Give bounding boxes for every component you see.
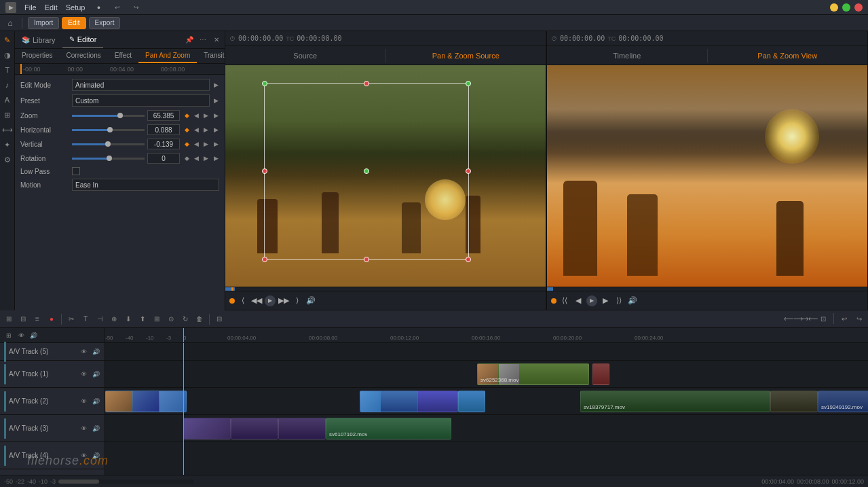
tl-align-icon[interactable]: ⊣ (94, 313, 106, 325)
track-3-vol[interactable]: 🔊 (91, 424, 100, 433)
track-2-eye[interactable]: 👁 (79, 397, 88, 406)
edit-mode-expand[interactable]: ▶ (212, 82, 219, 88)
sidebar-overlay-icon[interactable]: ⊞ (1, 109, 14, 121)
source-play-button[interactable]: ▶ (265, 295, 276, 306)
zoom-diamond-icon[interactable]: ◆ (183, 111, 191, 120)
panzoom-video[interactable] (547, 65, 867, 287)
master-eye-icon[interactable]: 👁 (16, 331, 26, 340)
horizontal-slider-thumb[interactable] (107, 127, 113, 132)
source-title[interactable]: Source (225, 52, 385, 60)
pin-icon[interactable]: 📌 (184, 35, 195, 46)
pan-zoom-source-title[interactable]: Pan & Zoom Source (386, 52, 546, 60)
panzoom-ctrl-fwd[interactable]: ▶ (600, 295, 611, 306)
source-ctrl-next-icon[interactable]: ⟩ (292, 295, 303, 306)
panzoom-volume-icon[interactable]: 🔊 (627, 295, 638, 306)
library-tab[interactable]: 📚 Library (15, 31, 62, 48)
tl-undo-icon[interactable]: ↩ (838, 313, 850, 325)
panzoom-ctrl-next[interactable]: ⟩⟩ (614, 295, 624, 306)
zoom-slider-thumb[interactable] (117, 113, 123, 118)
vertical-next-icon[interactable]: ▶ (202, 140, 210, 148)
horizontal-slider[interactable] (72, 129, 145, 131)
timeline-scrollbar-thumb[interactable] (58, 480, 99, 484)
pan-zoom-view-title[interactable]: Pan & Zoom View (708, 52, 868, 60)
close-panel-icon[interactable]: ✕ (211, 35, 222, 46)
track-5-row[interactable] (105, 343, 868, 361)
track-3-clip1[interactable] (183, 418, 231, 439)
sidebar-settings-icon[interactable]: ⚙ (1, 154, 14, 166)
timeline-content[interactable]: -50 -40 -10 -3 0 00:00:04.00 (105, 328, 868, 475)
track-3-clip2[interactable] (231, 418, 278, 439)
motion-dropdown[interactable]: Ease In (72, 179, 219, 191)
track-3-clip3[interactable] (278, 418, 326, 439)
corrections-tab[interactable]: Corrections (60, 49, 108, 63)
edit-mode-dropdown[interactable]: Animated (72, 79, 210, 91)
rotation-slider-thumb[interactable] (107, 156, 112, 161)
track-1-clip2[interactable] (592, 363, 609, 385)
editor-tab[interactable]: ✎ Editor (62, 31, 104, 48)
preset-expand[interactable]: ▶ (212, 97, 219, 104)
track-3-row[interactable]: sv6107102.mov (105, 415, 868, 442)
edit-button[interactable]: Edit (62, 17, 86, 29)
vertical-slider-thumb[interactable] (105, 141, 111, 147)
zoom-slider[interactable] (72, 115, 145, 117)
tl-delete-icon[interactable]: 🗑 (193, 313, 206, 325)
track-1-row[interactable]: sv6252368.mov (105, 361, 868, 388)
tl-add-track-icon[interactable]: ⊞ (3, 313, 15, 325)
tl-redo-icon[interactable]: ↪ (853, 313, 865, 325)
sidebar-music-icon[interactable]: ♪ (1, 79, 14, 91)
source-scrubber-thumb[interactable] (231, 287, 233, 291)
master-vol-icon[interactable]: 🔊 (29, 331, 38, 340)
zoom-value[interactable] (147, 110, 180, 121)
track-3-clip4[interactable]: sv6107102.mov (326, 418, 451, 439)
tl-cut-icon[interactable]: ✂ (65, 313, 77, 325)
maximize-button[interactable] (842, 3, 850, 12)
minimize-button[interactable] (830, 3, 838, 12)
track-2-clip1[interactable] (105, 391, 187, 412)
tl-text-icon[interactable]: T (79, 313, 92, 325)
rotation-slider[interactable] (72, 158, 145, 160)
rotation-diamond-icon[interactable]: ◆ (183, 154, 191, 162)
vertical-value[interactable] (147, 139, 180, 149)
track-2-clip5[interactable]: sv18379717.mov (580, 391, 770, 412)
close-button[interactable] (854, 3, 863, 12)
vertical-diamond-icon[interactable]: ◆ (183, 140, 191, 148)
pan-zoom-tab[interactable]: Pan And Zoom (138, 49, 197, 63)
menu-icon1[interactable]: ● (93, 2, 104, 13)
track-3-eye[interactable]: 👁 (79, 424, 88, 433)
sidebar-transition-icon[interactable]: ⟷ (1, 124, 14, 136)
menu-edit[interactable]: Edit (45, 3, 58, 12)
tl-loop-icon[interactable]: ↻ (179, 313, 191, 325)
sidebar-text-icon[interactable]: T (1, 64, 14, 76)
panzoom-ctrl-back[interactable]: ◀ (573, 295, 584, 306)
track-5-vol[interactable]: 🔊 (91, 347, 100, 357)
properties-tab[interactable]: Properties (15, 49, 60, 63)
horizontal-value[interactable] (147, 124, 180, 135)
timeline-scrollbar[interactable] (58, 480, 194, 484)
tl-snap-icon[interactable]: ⊞ (151, 313, 163, 325)
track-2-clip6[interactable] (770, 391, 818, 412)
effect-tab[interactable]: Effect (108, 49, 138, 63)
sidebar-fx-icon[interactable]: ✦ (1, 139, 14, 151)
rotation-prev-icon[interactable]: ◀ (192, 154, 200, 162)
track-2-clip3[interactable] (417, 391, 458, 412)
transition-in-tab[interactable]: Transition In (197, 49, 225, 63)
tl-collapse-icon[interactable]: ⊟ (213, 313, 225, 325)
menu-undo[interactable]: ↩ (112, 2, 123, 13)
track-5-eye[interactable]: 👁 (79, 347, 88, 357)
horizontal-next-icon[interactable]: ▶ (202, 126, 210, 134)
track-1-clip1[interactable]: sv6252368.mov (477, 363, 589, 385)
horizontal-diamond-icon[interactable]: ◆ (183, 126, 191, 134)
timeline-title[interactable]: Timeline (547, 52, 707, 60)
tl-fit-icon[interactable]: ⊡ (817, 313, 829, 325)
menu-setup[interactable]: Setup (66, 3, 86, 12)
vertical-prev-icon[interactable]: ◀ (192, 140, 200, 148)
panzoom-play-button[interactable]: ▶ (586, 295, 597, 306)
tl-group-icon[interactable]: ⊕ (108, 313, 120, 325)
sidebar-edit-icon[interactable]: ✎ (1, 34, 14, 46)
vertical-expand[interactable]: ▶ (212, 141, 219, 147)
menu-redo[interactable]: ↪ (131, 2, 142, 13)
import-button[interactable]: Import (28, 17, 59, 29)
menu-file[interactable]: File (24, 3, 37, 12)
source-ctrl-fwd-icon[interactable]: ▶▶ (278, 295, 289, 306)
track-2-clip4[interactable] (458, 391, 485, 412)
